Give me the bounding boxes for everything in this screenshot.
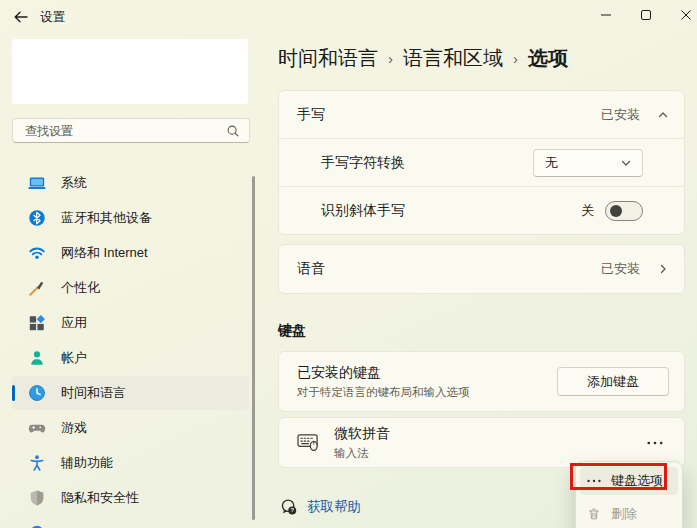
delete-menu-item: 删除 xyxy=(580,500,678,528)
sidebar-item-label: 辅助功能 xyxy=(61,454,113,472)
accessibility-icon xyxy=(28,454,46,472)
page-title: 选项 xyxy=(528,45,568,72)
sidebar-item-label: 系统 xyxy=(61,174,87,192)
close-icon xyxy=(680,9,692,21)
more-options-button[interactable] xyxy=(641,431,669,455)
sidebar-item-label: 帐户 xyxy=(61,349,87,367)
more-icon xyxy=(587,479,601,483)
sidebar-item-label: 隐私和安全性 xyxy=(61,489,139,507)
ime-subtitle: 输入法 xyxy=(334,446,390,461)
sidebar-item-label: 游戏 xyxy=(61,419,87,437)
sidebar-item-system[interactable]: 系统 xyxy=(12,166,249,200)
sidebar-item-label: 网络和 Internet xyxy=(61,244,148,262)
chevron-down-icon xyxy=(620,157,632,169)
dropdown-value: 无 xyxy=(545,154,558,172)
handwriting-conversion-row: 手写字符转换 无 xyxy=(279,138,684,186)
sidebar-item-label: 个性化 xyxy=(61,279,100,297)
speech-status: 已安装 xyxy=(601,260,640,278)
keyboard-section-header: 键盘 xyxy=(278,322,306,340)
back-button[interactable] xyxy=(6,5,36,29)
personalization-icon xyxy=(28,279,46,297)
speech-title: 语音 xyxy=(297,260,325,278)
more-icon xyxy=(647,441,663,445)
ime-title: 微软拼音 xyxy=(334,425,390,443)
app-title: 设置 xyxy=(40,9,65,26)
search-input[interactable] xyxy=(13,124,226,138)
time-language-icon xyxy=(28,384,46,402)
breadcrumb-time-language[interactable]: 时间和语言 xyxy=(278,45,378,72)
chevron-up-icon xyxy=(657,109,669,121)
keyboard-options-label: 键盘选项 xyxy=(611,472,663,490)
search-box[interactable] xyxy=(12,118,250,143)
windows-update-icon xyxy=(28,524,46,528)
sidebar-item-apps[interactable]: 应用 xyxy=(12,306,249,340)
privacy-icon xyxy=(28,489,46,507)
italic-handwriting-row: 识别斜体手写 关 xyxy=(279,186,684,234)
handwriting-title: 手写 xyxy=(297,106,325,124)
apps-icon xyxy=(28,314,46,332)
network-icon xyxy=(28,244,46,262)
get-help-label: 获取帮助 xyxy=(307,498,361,516)
breadcrumb: 时间和语言 › 语言和区域 › 选项 xyxy=(278,45,568,72)
sidebar-item-personalization[interactable]: 个性化 xyxy=(12,271,249,305)
svg-text:?: ? xyxy=(290,507,294,513)
speech-card[interactable]: 语音 已安装 xyxy=(278,244,685,294)
installed-keyboards-card: 已安装的键盘 对于特定语言的键布局和输入选项 添加键盘 xyxy=(278,351,685,412)
handwriting-status: 已安装 xyxy=(601,106,640,124)
minimize-icon xyxy=(600,9,612,21)
window-controls xyxy=(586,0,697,30)
italic-handwriting-toggle[interactable] xyxy=(605,201,643,221)
trash-icon xyxy=(587,507,601,521)
installed-keyboards-subtitle: 对于特定语言的键布局和输入选项 xyxy=(297,385,470,400)
profile-placeholder xyxy=(12,39,248,104)
settings-window: 设置 系统 蓝牙和其他设备 网络和 Internet 个性化 应用 xyxy=(0,0,697,528)
keyboard-context-menu: 键盘选项 删除 xyxy=(575,461,683,528)
bluetooth-icon xyxy=(28,209,46,227)
toggle-knob xyxy=(610,205,622,217)
handwriting-conversion-dropdown[interactable]: 无 xyxy=(533,149,643,177)
handwriting-expander-header[interactable]: 手写 已安装 xyxy=(279,91,684,138)
handwriting-card: 手写 已安装 手写字符转换 无 识别斜体手写 关 xyxy=(278,90,685,235)
sidebar-item-privacy[interactable]: 隐私和安全性 xyxy=(12,481,249,515)
installed-keyboards-title: 已安装的键盘 xyxy=(297,364,470,382)
search-icon xyxy=(226,124,240,138)
sidebar-item-windows-update[interactable] xyxy=(12,516,249,528)
sidebar-scrollbar[interactable] xyxy=(252,176,255,520)
maximize-icon xyxy=(640,9,652,21)
get-help-link[interactable]: ? 获取帮助 xyxy=(280,498,361,516)
breadcrumb-language-region[interactable]: 语言和区域 xyxy=(403,45,503,72)
sidebar-item-label: 应用 xyxy=(61,314,87,332)
sidebar-item-gaming[interactable]: 游戏 xyxy=(12,411,249,445)
chevron-right-icon xyxy=(657,263,669,275)
sidebar-nav: 系统 蓝牙和其他设备 网络和 Internet 个性化 应用 帐户 时间和语言 xyxy=(12,166,249,528)
sidebar-item-accessibility[interactable]: 辅助功能 xyxy=(12,446,249,480)
get-help-icon: ? xyxy=(280,498,298,516)
sidebar-item-label: 蓝牙和其他设备 xyxy=(61,209,152,227)
handwriting-conversion-label: 手写字符转换 xyxy=(321,154,405,172)
sidebar-item-label: 时间和语言 xyxy=(61,384,126,402)
maximize-button[interactable] xyxy=(626,0,666,30)
breadcrumb-separator: › xyxy=(388,50,393,67)
back-icon xyxy=(13,9,29,25)
add-keyboard-button[interactable]: 添加键盘 xyxy=(557,367,669,396)
toggle-state-label: 关 xyxy=(581,202,594,220)
accounts-icon xyxy=(28,349,46,367)
minimize-button[interactable] xyxy=(586,0,626,30)
keyboard-options-menu-item[interactable]: 键盘选项 xyxy=(580,467,678,495)
sidebar-item-time-language[interactable]: 时间和语言 xyxy=(12,376,249,410)
sidebar-item-network[interactable]: 网络和 Internet xyxy=(12,236,249,270)
sidebar-item-accounts[interactable]: 帐户 xyxy=(12,341,249,375)
delete-label: 删除 xyxy=(611,505,637,523)
italic-handwriting-label: 识别斜体手写 xyxy=(321,202,405,220)
close-button[interactable] xyxy=(666,0,697,30)
gaming-icon xyxy=(28,419,46,437)
breadcrumb-separator: › xyxy=(513,50,518,67)
system-icon xyxy=(28,174,46,192)
sidebar-item-bluetooth[interactable]: 蓝牙和其他设备 xyxy=(12,201,249,235)
ime-keyboard-icon xyxy=(297,432,320,453)
